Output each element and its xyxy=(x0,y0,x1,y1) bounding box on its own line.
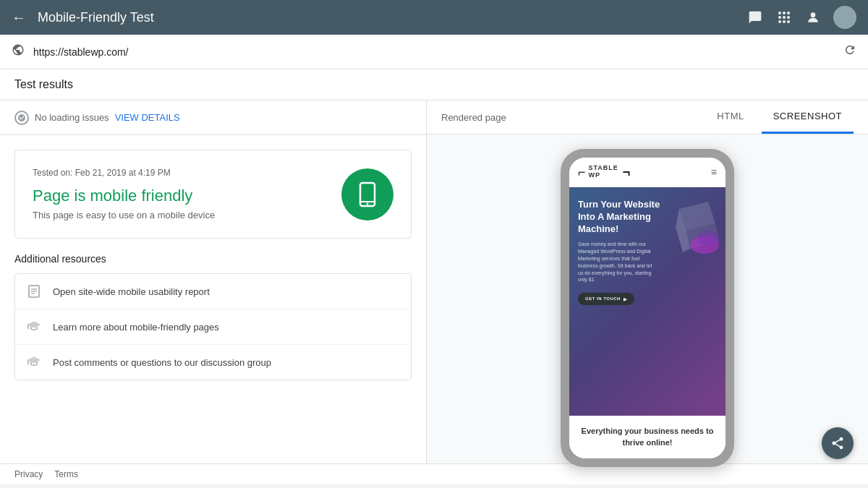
tab-screenshot[interactable]: SCREENSHOT xyxy=(762,100,854,134)
hero-title: Turn Your Website Into A Marketing Machi… xyxy=(578,199,672,236)
result-description: This page is easy to use on a mobile dev… xyxy=(33,210,215,221)
result-section: Tested on: Feb 21, 2019 at 4:19 PM Page … xyxy=(0,135,426,253)
resource-item-discuss[interactable]: Post comments or questions to our discus… xyxy=(15,345,411,380)
right-tabs-bar: Rendered page HTML SCREENSHOT xyxy=(427,100,868,134)
back-button[interactable]: ← xyxy=(12,9,26,26)
result-card: Tested on: Feb 21, 2019 at 4:19 PM Page … xyxy=(14,150,412,239)
resource-text-report: Open site-wide mobile usability report xyxy=(53,286,210,297)
footer-terms[interactable]: Terms xyxy=(54,469,78,479)
phone-nav: ⌐ STABLE WP ¬ ≡ xyxy=(569,158,726,187)
message-icon[interactable] xyxy=(746,9,764,26)
resource-text-discuss: Post comments or questions to our discus… xyxy=(53,357,271,368)
result-title: Page is mobile friendly xyxy=(33,187,215,205)
share-button[interactable] xyxy=(822,427,854,459)
resource-text-learn: Learn more about mobile-friendly pages xyxy=(53,322,219,333)
additional-resources-title: Additional resources xyxy=(14,253,412,265)
tab-html[interactable]: HTML xyxy=(705,100,755,134)
mobile-friendly-icon xyxy=(341,168,393,221)
learn-icon xyxy=(27,320,41,334)
result-date: Tested on: Feb 21, 2019 at 4:19 PM xyxy=(33,168,215,178)
hero-graphic xyxy=(665,194,723,260)
phone-logo: ⌐ STABLE WP ¬ xyxy=(578,165,630,179)
app-title: Mobile-Friendly Test xyxy=(38,10,746,25)
resources-card: Open site-wide mobile usability report L… xyxy=(14,273,412,380)
hero-cta-button: GET IN TOUCH ▶ xyxy=(578,293,634,305)
url-input[interactable] xyxy=(33,46,835,58)
topbar: ← Mobile-Friendly Test xyxy=(0,0,868,35)
resource-item-learn[interactable]: Learn more about mobile-friendly pages xyxy=(15,309,411,345)
account-icon[interactable] xyxy=(804,9,822,26)
svg-point-0 xyxy=(811,12,816,17)
right-panel: Rendered page HTML SCREENSHOT ⌐ STABLE xyxy=(427,100,868,463)
logo-wp: WP xyxy=(589,172,618,179)
footer-privacy[interactable]: Privacy xyxy=(14,469,43,479)
tabs-row: No loading issues VIEW DETAILS xyxy=(0,100,426,135)
refresh-icon[interactable] xyxy=(843,43,856,60)
svg-point-12 xyxy=(697,231,719,245)
phone-hero: Turn Your Website Into A Marketing Machi… xyxy=(569,187,726,416)
phone-mockup: ⌐ STABLE WP ¬ ≡ Turn Your Websi xyxy=(561,149,734,467)
phone-preview-area: ⌐ STABLE WP ¬ ≡ Turn Your Websi xyxy=(427,134,868,481)
phone-section-text: Everything your business needs to thrive… xyxy=(578,426,717,448)
footer: Privacy Terms xyxy=(0,463,868,484)
phone-screen: ⌐ STABLE WP ¬ ≡ Turn Your Websi xyxy=(569,158,726,458)
url-bar xyxy=(0,35,868,69)
user-avatar[interactable] xyxy=(833,6,856,29)
loading-check: No loading issues xyxy=(14,111,109,125)
phone-bottom-section: Everything your business needs to thrive… xyxy=(569,416,726,458)
grid-icon[interactable] xyxy=(775,9,793,26)
resource-item-report[interactable]: Open site-wide mobile usability report xyxy=(15,274,411,309)
hero-desc: Save money and time with our Managed Wor… xyxy=(578,241,658,283)
topbar-icons xyxy=(746,6,856,29)
rendered-page-label: Rendered page xyxy=(441,112,699,123)
left-panel: No loading issues VIEW DETAILS Tested on… xyxy=(0,100,427,463)
phone-menu-icon: ≡ xyxy=(711,166,717,178)
report-icon xyxy=(27,284,41,299)
svg-point-3 xyxy=(367,202,369,205)
result-info: Tested on: Feb 21, 2019 at 4:19 PM Page … xyxy=(33,168,215,221)
additional-resources-section: Additional resources Open site-wide mobi… xyxy=(0,253,426,395)
loading-status: No loading issues xyxy=(35,112,109,123)
svg-rect-1 xyxy=(360,183,375,206)
check-icon xyxy=(14,111,29,125)
view-details-link[interactable]: VIEW DETAILS xyxy=(115,112,180,123)
page-title: Test results xyxy=(14,78,854,91)
globe-icon xyxy=(12,43,25,60)
page-header: Test results xyxy=(0,69,868,100)
discuss-icon xyxy=(27,355,41,369)
